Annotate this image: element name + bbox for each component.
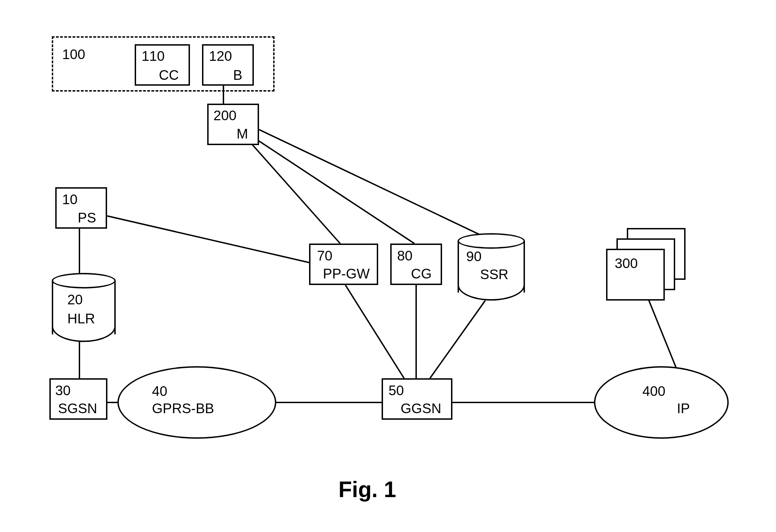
svg-line-13 — [648, 297, 677, 370]
node-ps-num: 10 — [62, 192, 78, 207]
node-cg-label: CG — [411, 266, 432, 282]
node-cg-num: 80 — [397, 248, 413, 264]
node-b-label: B — [233, 67, 242, 83]
node-hlr-num: 20 — [67, 292, 83, 307]
node-cc-num: 110 — [142, 48, 165, 64]
figure-caption: Fig. 1 — [338, 477, 396, 502]
svg-line-1 — [252, 144, 340, 244]
node-pp-gw-label: PP-GW — [323, 266, 370, 282]
svg-line-10 — [345, 285, 404, 378]
svg-line-9 — [107, 216, 309, 263]
node-sgsn-num: 30 — [55, 383, 71, 398]
node-ssr-label: SSR — [480, 267, 508, 282]
node-ip — [594, 366, 729, 439]
node-ip-num: 400 — [642, 383, 665, 399]
diagram-canvas: 100 110 CC 120 B 200 M 10 PS 20 HLR 30 S… — [0, 0, 776, 532]
node-cc-label: CC — [159, 67, 179, 83]
node-ssr-num: 90 — [466, 249, 482, 264]
node-m-label: M — [237, 126, 248, 142]
node-ip-label: IP — [677, 401, 690, 416]
node-ggsn-label: GGSN — [401, 401, 441, 416]
node-hlr — [52, 273, 116, 342]
node-b-num: 120 — [209, 48, 232, 64]
svg-line-2 — [257, 140, 414, 244]
node-ggsn-num: 50 — [389, 383, 404, 398]
node-m-num: 200 — [213, 108, 237, 123]
group-100-num: 100 — [62, 47, 85, 62]
node-gprs-bb-num: 40 — [152, 383, 167, 399]
node-gprs-bb-label: GPRS-BB — [152, 401, 214, 416]
svg-line-3 — [259, 130, 509, 249]
node-ps-label: PS — [78, 210, 96, 226]
node-pp-gw-num: 70 — [317, 248, 333, 264]
node-hlr-label: HLR — [67, 311, 95, 326]
node-sgsn-label: SGSN — [58, 401, 97, 416]
svg-line-12 — [430, 301, 485, 378]
node-300-num: 300 — [615, 256, 638, 271]
